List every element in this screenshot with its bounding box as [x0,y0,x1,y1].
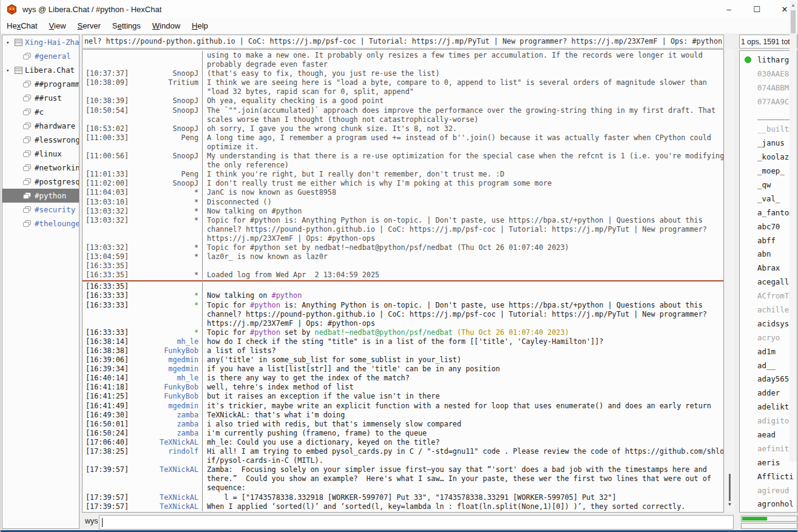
userlist-item[interactable]: abff [740,234,797,247]
message-text: Oh yea, equality checking is a good poin… [202,96,723,106]
userlist-nick: aead [757,430,776,439]
userlist-scrollbar-thumb[interactable] [791,10,796,33]
userlist-item[interactable]: ad__ [740,359,797,372]
userlist-item[interactable]: agireud [740,483,797,497]
userlist-item[interactable]: acegalla [740,275,797,289]
menu-hexchat[interactable]: HexChat [1,19,43,32]
chat-scrollbar-thumb[interactable] [729,474,731,501]
userlist-item[interactable]: aead [740,428,797,442]
meter-stack [741,516,797,530]
userlist-item[interactable]: ________ [740,109,797,123]
expander-arrow-icon[interactable]: ▾ [6,67,15,73]
tree-item-general[interactable]: #general [2,49,79,63]
userlist-item[interactable]: _koolaze [740,150,797,164]
tree-item-postgresql[interactable]: #postgresql [2,175,79,189]
menu-window[interactable]: Window [147,19,186,32]
tree-item-rust[interactable]: ##rust [2,91,79,105]
userlist-item[interactable]: adder [740,386,797,400]
user-list[interactable]: litharge030AAE8Q074ABBMF077AA9CE________… [739,50,797,513]
userlist-item[interactable]: abc70 [740,220,797,234]
tree-item-xing-hai-zhai[interactable]: ▾Xing-Hai-Zhai [2,35,79,49]
userlist-item[interactable]: adelikta [740,400,797,414]
tree-item-networking[interactable]: #networking [2,161,79,175]
timestamp: [13:03:32] [83,216,134,225]
tree-item-hardware[interactable]: #hardware [2,119,79,133]
userlist-item[interactable]: litharge [740,53,797,67]
userlist-item[interactable]: 030AAE8Q [740,67,797,81]
userlist-item[interactable]: ad1m [740,345,797,359]
userlist-scrollbar[interactable]: ▲ [790,1,797,462]
chat-line: [11:01:33]PengI think you're right, but … [83,170,723,179]
userlist-item[interactable]: adigitol [740,414,797,428]
userlist-item[interactable]: _janus [740,136,797,150]
menu-settings[interactable]: Settings [107,19,146,32]
chat-scrollbar[interactable]: ▼ [725,49,734,513]
userlist-item[interactable]: Abrax [740,261,797,275]
tree-item-thelounge[interactable]: #thelounge [2,217,79,231]
chat-line: [10:38:39]SnoopJOh yea, equality checkin… [83,96,723,106]
userlist-item[interactable]: 077AA9CE [740,95,797,109]
chat-line: the only reference) [83,161,723,170]
scroll-down-arrow-icon[interactable]: ▼ [725,502,734,507]
chat-line: [10:38:09]TritiumI think we are seeing h… [83,78,723,87]
menu-server[interactable]: Server [72,19,106,32]
chat-line: [16:41:18]FunkyBobwell, tehre's index me… [83,383,723,392]
message-text: it's trickier, maybe write an explicit f… [202,402,723,411]
userlist-item[interactable]: abn [740,247,797,261]
channel-tree[interactable]: ▾Xing-Hai-Zhai#general▾Libera.Chat##prog… [2,35,79,529]
tree-item-python[interactable]: #python [2,189,79,203]
maximize-button[interactable]: ☐ [743,0,771,18]
message-text: The `"".join(accumulated)` approach does… [202,106,723,115]
timestamp: [16:33:35] [83,261,134,271]
tree-item-linux[interactable]: #linux [2,147,79,161]
timestamp: [16:50:01] [83,420,134,429]
nick-label: TeXNickAL [134,465,202,474]
message-text: l = ["1743578338.332918 [WORKER-599707] … [202,493,723,502]
server-icon [15,39,22,46]
userlist-item[interactable]: 074ABBMF [740,81,797,95]
userlist-item[interactable]: aeris [740,456,797,470]
userlist-nick: aday5656 [757,374,794,383]
userlist-item[interactable]: agronhol [740,497,797,511]
menu-help[interactable]: Help [186,19,214,32]
tree-item-libera.chat[interactable]: ▾Libera.Chat [2,63,79,77]
timestamp: [11:00:33] [83,133,134,143]
userlist-item[interactable]: aidan [740,511,797,513]
userlist-item[interactable]: __builti [740,122,797,136]
userlist-nick: ________ [757,111,794,120]
tree-item-programming[interactable]: ##programming [2,77,79,91]
userlist-item[interactable]: _qw [740,178,797,192]
timestamp [83,474,134,483]
userlist-item[interactable]: _val_ [740,192,797,206]
userlist-item[interactable]: Afflicti [740,470,797,483]
minimize-button[interactable]: – [715,0,743,18]
message-text: channel? https://pound-python.github.io … [202,225,723,234]
message-text: the only reference) [202,161,723,170]
userlist-item[interactable]: ACfromTX [740,289,797,303]
userlist-item[interactable]: acryo [740,331,797,345]
userlist-item[interactable]: a_fantom [740,206,797,220]
expander-arrow-icon[interactable]: ▾ [6,39,15,45]
tree-item-c[interactable]: #c [2,105,79,119]
userlist-item[interactable]: achillea [740,303,797,317]
timestamp: [11:04:03] [83,188,134,197]
topic-input[interactable]: nel? https://pound-python.github.io | Co… [82,35,724,49]
chat-log[interactable]: using to make a new one. It probably onl… [82,49,724,513]
menu-view[interactable]: View [44,19,72,32]
tree-item-lesswrong[interactable]: #lesswrong [2,133,79,147]
userlist-item[interactable]: _moep_ [740,164,797,178]
event-star: * [134,301,202,310]
nick-label: Peng [134,133,202,143]
tree-item-security[interactable]: #security [2,203,79,217]
userlist-item[interactable]: aday5656 [740,372,797,386]
userlist-item[interactable]: aefinity [740,442,797,456]
tree-item-label: Libera.Chat [25,66,75,75]
nick-label: mgedmin [134,355,202,365]
userlist-item[interactable]: acidsys [740,317,797,331]
scroll-up-arrow-icon[interactable]: ▲ [790,2,797,8]
message-input[interactable] [99,515,734,530]
channel-chat-icon [23,220,32,227]
userlist-nick: a_fantom [757,208,794,217]
timestamp: [11:02:00] [83,179,134,188]
nick-button[interactable]: wys [85,517,98,525]
